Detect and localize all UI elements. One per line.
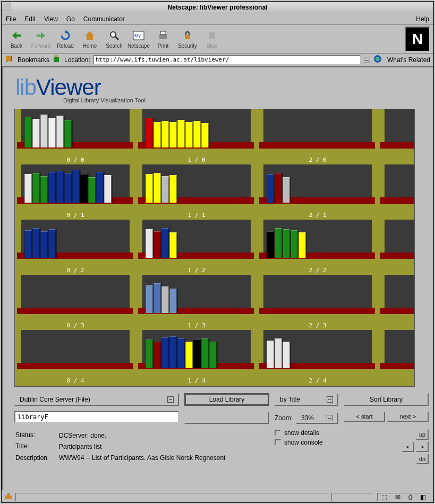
print-button[interactable]: Print [151,27,175,52]
load-library-button[interactable]: Load Library [184,393,269,406]
book[interactable] [169,122,177,147]
show-details-checkbox[interactable] [275,430,281,436]
security-button[interactable]: Security [176,27,199,52]
menu-go[interactable]: Go [66,15,75,23]
book[interactable] [201,123,209,147]
shelf-cell[interactable]: 1 / 2 [136,220,257,275]
book[interactable] [153,283,161,313]
shelf-cell[interactable]: 1 / 1 [136,164,257,220]
bookmark-icon[interactable] [5,55,14,65]
bookmarks-label[interactable]: Bookmarks [18,56,49,64]
shelf-cell[interactable]: 2 / 4 [257,330,378,385]
book[interactable] [153,342,161,368]
book[interactable] [161,176,169,203]
forward-button[interactable]: Forward [29,27,53,52]
library-filename-input[interactable]: libraryF [14,411,179,423]
book[interactable] [267,341,274,368]
book[interactable] [40,176,48,203]
book[interactable] [283,342,290,368]
menu-help[interactable]: Help [416,15,429,23]
sort-library-button[interactable]: Sort Library [344,393,429,406]
book[interactable] [96,172,104,203]
book[interactable] [146,340,153,368]
book[interactable] [24,230,32,258]
book[interactable] [146,174,153,203]
shelf-cell[interactable]: 2 / 1 [257,164,378,220]
book[interactable] [193,340,201,368]
shelf-cell[interactable] [378,109,415,164]
book[interactable] [275,173,282,203]
comp-icon-2[interactable]: ✉ [395,493,400,501]
comp-icon-4[interactable]: ◧ [420,493,426,501]
comp-icon-3[interactable]: ⎙ [408,493,412,501]
zoom-select[interactable]: 33% [296,412,338,424]
nav-up-button[interactable]: up [416,429,429,440]
show-console-checkbox[interactable] [275,439,281,446]
book[interactable] [153,231,161,258]
book[interactable] [161,337,169,368]
book[interactable] [267,231,274,258]
stop-button[interactable]: Stop [200,27,224,52]
netscape-button[interactable]: My Netscape [127,27,150,52]
book[interactable] [283,229,290,258]
book[interactable] [40,231,48,258]
shelf-cell[interactable]: 0 / 3 [15,275,136,330]
book[interactable] [32,173,40,203]
book[interactable] [48,229,56,258]
book[interactable] [48,172,56,203]
book[interactable] [169,232,177,258]
book[interactable] [40,115,48,147]
shelf-cell[interactable]: 2 / 3 [257,275,378,330]
window-menu-icon[interactable] [3,3,11,11]
shelf-viewport[interactable]: 0 / 01 / 02 / 00 / 11 / 12 / 10 / 21 / 2… [14,109,415,387]
book[interactable] [177,120,185,147]
book[interactable] [275,338,282,368]
book[interactable] [56,116,64,147]
book[interactable] [275,228,282,258]
book[interactable] [32,119,40,147]
shelf-cell[interactable]: 0 / 2 [15,220,136,275]
home-button[interactable]: Home [78,27,101,52]
book[interactable] [177,338,185,368]
start-button[interactable]: < start [344,411,385,422]
menu-view[interactable]: View [44,15,58,23]
book[interactable] [298,232,306,258]
menu-communicator[interactable]: Communicator [83,15,125,23]
component-bar[interactable]: ⬚✉⎙◧ [377,493,430,501]
next-button[interactable]: next > [387,411,429,422]
book[interactable] [64,120,72,147]
book[interactable] [291,230,298,258]
nav-down-button[interactable]: dn [416,454,429,464]
reload-button[interactable]: Reload [54,27,77,52]
blank-button[interactable] [184,411,269,424]
menu-file[interactable]: File [6,15,16,23]
sort-by-select[interactable]: by Title [275,393,338,406]
comp-icon-1[interactable]: ⬚ [381,493,387,501]
shelf-cell[interactable] [378,220,415,275]
search-button[interactable]: Search [103,27,126,52]
shelf-cell[interactable]: 0 / 4 [15,330,136,385]
book[interactable] [283,177,290,203]
menu-edit[interactable]: Edit [24,15,36,23]
shelf-cell[interactable] [378,275,415,330]
url-dropdown-icon[interactable] [364,57,370,63]
nav-right-button[interactable]: > [416,441,429,452]
book[interactable] [146,118,153,147]
book[interactable] [88,177,96,203]
book[interactable] [32,228,40,258]
book[interactable] [104,175,112,203]
shelf-cell[interactable] [378,330,415,385]
titlebar[interactable]: Netscape: libViewer professional [2,2,433,13]
book[interactable] [146,229,153,258]
book[interactable] [153,173,161,203]
statusbar-icon[interactable] [5,492,12,501]
book[interactable] [24,174,32,203]
shelf-cell[interactable]: 0 / 0 [15,109,136,164]
book[interactable] [146,285,153,313]
book[interactable] [185,122,193,147]
shelf-cell[interactable]: 1 / 0 [136,109,257,164]
book[interactable] [153,122,161,147]
shelf-cell[interactable]: 0 / 1 [15,164,136,220]
shelf-cell[interactable]: 2 / 0 [257,109,378,164]
book[interactable] [201,338,209,368]
